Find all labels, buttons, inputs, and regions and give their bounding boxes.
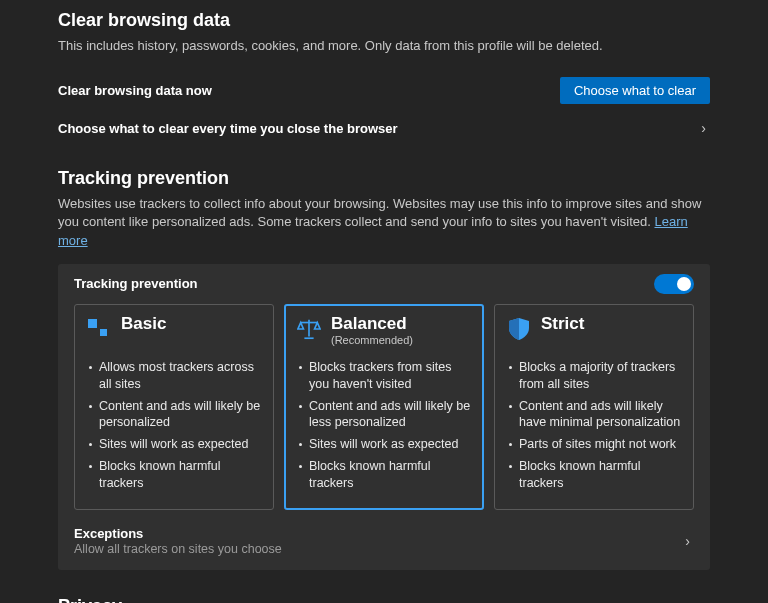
- exceptions-desc: Allow all trackers on sites you choose: [74, 542, 282, 556]
- scales-icon: [297, 315, 321, 345]
- strict-title: Strict: [541, 315, 584, 334]
- basic-bullet: Allows most trackers across all sites: [87, 359, 261, 393]
- tracking-prevention-panel: Tracking prevention Basic: [58, 264, 710, 570]
- exceptions-title: Exceptions: [74, 526, 282, 541]
- clear-on-close-label: Choose what to clear every time you clos…: [58, 121, 398, 136]
- basic-bullet: Content and ads will likely be personali…: [87, 398, 261, 432]
- tracking-card-balanced[interactable]: Balanced (Recommended) Blocks trackers f…: [284, 304, 484, 510]
- balanced-bullet: Blocks known harmful trackers: [297, 458, 471, 492]
- tracking-level-cards: Basic Allows most trackers across all si…: [74, 304, 694, 510]
- svg-rect-0: [88, 319, 97, 328]
- basic-bullet: Sites will work as expected: [87, 436, 261, 453]
- balanced-bullet: Blocks trackers from sites you haven't v…: [297, 359, 471, 393]
- strict-bullet: Blocks known harmful trackers: [507, 458, 681, 492]
- strict-bullet: Content and ads will likely have minimal…: [507, 398, 681, 432]
- basic-icon: [87, 315, 111, 345]
- tracking-prevention-heading: Tracking prevention: [58, 168, 710, 189]
- balanced-subtitle: (Recommended): [331, 334, 413, 346]
- shield-icon: [507, 315, 531, 345]
- tracking-prevention-toggle[interactable]: [654, 274, 694, 294]
- strict-bullet: Parts of sites might not work: [507, 436, 681, 453]
- balanced-bullet: Content and ads will likely be less pers…: [297, 398, 471, 432]
- balanced-bullet: Sites will work as expected: [297, 436, 471, 453]
- clear-now-row: Clear browsing data now Choose what to c…: [58, 69, 710, 112]
- tracking-panel-label: Tracking prevention: [74, 276, 198, 291]
- clear-browsing-data-desc: This includes history, passwords, cookie…: [58, 37, 710, 55]
- strict-bullet: Blocks a majority of trackers from all s…: [507, 359, 681, 393]
- chevron-right-icon: ›: [681, 533, 694, 549]
- basic-title: Basic: [121, 315, 166, 334]
- tracking-exceptions-row[interactable]: Exceptions Allow all trackers on sites y…: [74, 514, 694, 558]
- clear-now-label: Clear browsing data now: [58, 83, 212, 98]
- basic-bullet: Blocks known harmful trackers: [87, 458, 261, 492]
- clear-on-close-row[interactable]: Choose what to clear every time you clos…: [58, 112, 710, 144]
- svg-rect-1: [100, 329, 107, 336]
- privacy-heading: Privacy: [58, 596, 710, 603]
- tracking-desc-text: Websites use trackers to collect info ab…: [58, 196, 701, 229]
- balanced-title: Balanced: [331, 315, 413, 334]
- chevron-right-icon: ›: [697, 120, 710, 136]
- choose-what-to-clear-button[interactable]: Choose what to clear: [560, 77, 710, 104]
- tracking-card-basic[interactable]: Basic Allows most trackers across all si…: [74, 304, 274, 510]
- clear-browsing-data-heading: Clear browsing data: [58, 10, 710, 31]
- tracking-card-strict[interactable]: Strict Blocks a majority of trackers fro…: [494, 304, 694, 510]
- tracking-prevention-desc: Websites use trackers to collect info ab…: [58, 195, 710, 250]
